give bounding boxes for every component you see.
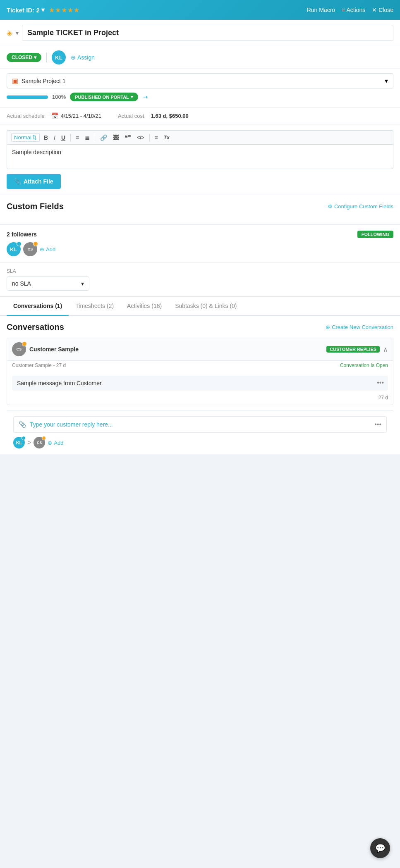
conv-open-status: Conversation Is Open <box>340 362 388 368</box>
add-follower-button[interactable]: ⊕ Add <box>40 246 55 253</box>
followers-count: 2 followers <box>7 231 37 238</box>
image-button[interactable]: 🖼 <box>111 134 120 142</box>
custom-fields-title: Custom Fields <box>7 202 64 211</box>
link-button[interactable]: 🔗 <box>98 134 109 142</box>
new-conversation-label: Create New Conversation <box>332 324 393 330</box>
add-follower-label: Add <box>46 246 55 253</box>
conv-meta: Customer Sample - 27 d Conversation Is O… <box>7 361 393 372</box>
assign-plus-icon: ⊕ <box>71 54 76 61</box>
actions-button[interactable]: ≡ Actions <box>342 7 365 13</box>
code-button[interactable]: </> <box>135 134 146 141</box>
follower-cs-badge <box>33 241 38 246</box>
project-section: ▣ Sample Project 1 ▾ 100% PUBLISHED ON P… <box>0 69 400 107</box>
star-rating[interactable]: ★★★★★ <box>49 6 80 14</box>
sla-chevron-icon: ▾ <box>81 280 84 287</box>
conv-meta-time: 27 d <box>56 362 66 368</box>
sla-select[interactable]: no SLA ▾ <box>7 277 89 291</box>
custom-fields-header: Custom Fields ⚙ Configure Custom Fields <box>7 202 393 211</box>
run-macro-button[interactable]: Run Macro <box>307 7 335 13</box>
calendar-icon: 📅 <box>51 112 58 119</box>
tab-timesheets[interactable]: Timesheets (2) <box>69 297 120 316</box>
ordered-list-button[interactable]: ≣ <box>83 134 91 142</box>
progress-bar-fill <box>7 95 48 99</box>
followers-avatars: KL CS ⊕ Add <box>7 242 393 256</box>
tag-icon: ◈ <box>7 29 12 38</box>
underline-button[interactable]: U <box>60 134 67 142</box>
following-badge[interactable]: FOLLOWING <box>357 231 393 238</box>
message-text: Sample message from Customer. <box>17 380 103 386</box>
ticket-id[interactable]: Ticket ID: 2 ▾ <box>7 6 45 14</box>
format-select[interactable]: Normal ⇅ <box>11 133 40 142</box>
assign-button[interactable]: ⊕ Assign <box>71 54 95 61</box>
ticket-title-input[interactable] <box>22 25 393 41</box>
divider <box>46 52 47 62</box>
ticket-id-chevron-icon: ▾ <box>41 6 45 14</box>
external-link-icon[interactable]: ⇢ <box>142 93 148 101</box>
project-name: Sample Project 1 <box>22 78 66 84</box>
conversations-header: Conversations ⊕ Create New Conversation <box>7 322 393 332</box>
reply-kl-badge <box>22 436 26 440</box>
status-badge[interactable]: CLOSED ▾ <box>7 53 41 62</box>
ticket-id-label: Ticket ID: 2 <box>7 7 40 14</box>
message-time: 27 d <box>7 395 393 405</box>
configure-custom-fields-button[interactable]: ⚙ Configure Custom Fields <box>328 203 393 210</box>
reply-cs-initials: CS <box>37 441 42 445</box>
published-button[interactable]: PUBLISHED ON PORTAL ▾ <box>70 93 138 101</box>
follower-kl-wrap: KL <box>7 242 21 256</box>
conversations-title: Conversations <box>7 322 64 332</box>
message-options-icon[interactable]: ••• <box>377 379 384 386</box>
unordered-list-button[interactable]: ≡ <box>74 134 81 142</box>
assign-label: Assign <box>77 54 95 61</box>
tab-conversations[interactable]: Conversations (1) <box>7 297 69 316</box>
project-select-left: ▣ Sample Project 1 <box>12 77 66 85</box>
tab-subtasks[interactable]: Subtasks (0) & Links (0) <box>168 297 243 316</box>
sla-section: SLA no SLA ▾ <box>0 262 400 297</box>
conversation-author: CS Customer Sample <box>12 342 79 356</box>
status-row: CLOSED ▾ KL ⊕ Assign <box>0 46 400 69</box>
conv-author-wrap: CS <box>12 342 26 356</box>
reply-placeholder[interactable]: Type your customer reply here... <box>30 421 371 428</box>
followers-section: 2 followers FOLLOWING KL CS ⊕ Add <box>0 225 400 262</box>
reply-add-label: Add <box>54 440 63 446</box>
schedule-dates: 📅 4/15/21 - 4/18/21 <box>51 112 101 119</box>
cost-label: Actual cost <box>118 113 144 119</box>
conv-header-right: CUSTOMER REPLIES ∧ <box>326 346 388 353</box>
schedule-dates-value: 4/15/21 - 4/18/21 <box>61 113 101 119</box>
published-label: PUBLISHED ON PORTAL <box>75 95 129 100</box>
clear-formatting-button[interactable]: Tx <box>162 134 171 141</box>
attach-icon: 📎 <box>14 178 21 185</box>
follower-cs-label: CS <box>28 247 33 251</box>
format-chevron-icon: ⇅ <box>32 134 37 141</box>
bold-button[interactable]: B <box>42 134 50 142</box>
project-select[interactable]: ▣ Sample Project 1 ▾ <box>7 73 393 88</box>
quote-button[interactable]: ❝❞ <box>123 134 133 142</box>
progress-bar-wrap <box>7 95 48 99</box>
status-label: CLOSED <box>12 55 32 60</box>
reply-options-icon[interactable]: ••• <box>374 421 381 428</box>
tag-chevron-icon[interactable]: ▾ <box>16 30 19 36</box>
close-button[interactable]: ✕ Close <box>372 7 393 13</box>
new-conversation-button[interactable]: ⊕ Create New Conversation <box>326 324 393 330</box>
attach-file-button[interactable]: 📎 Attach File <box>7 174 61 189</box>
conversation-collapse-icon[interactable]: ∧ <box>383 346 388 353</box>
editor-body[interactable]: Sample description <box>7 144 393 169</box>
reply-input-row: 📎 Type your customer reply here... ••• <box>13 416 387 433</box>
conv-meta-author: Customer Sample <box>12 362 52 368</box>
italic-button[interactable]: I <box>52 134 57 142</box>
align-button[interactable]: ≡ <box>153 134 160 142</box>
assignee-avatar: KL <box>52 50 66 64</box>
reply-cs-badge <box>42 436 46 440</box>
toolbar-separator-3 <box>149 134 150 141</box>
header: Ticket ID: 2 ▾ ★★★★★ Run Macro ≡ Actions… <box>0 0 400 20</box>
reply-kl-wrap: KL <box>13 437 25 448</box>
attach-label: Attach File <box>24 178 53 185</box>
reply-cs-wrap: CS <box>34 437 45 448</box>
project-chevron-icon: ▾ <box>385 77 388 85</box>
configure-link-label: Configure Custom Fields <box>334 203 393 210</box>
conversations-section: Conversations ⊕ Create New Conversation … <box>0 316 400 454</box>
configure-gear-icon: ⚙ <box>328 203 333 210</box>
header-actions: Run Macro ≡ Actions ✕ Close <box>307 7 393 13</box>
tab-activities[interactable]: Activities (18) <box>120 297 168 316</box>
sla-value: no SLA <box>12 280 31 287</box>
reply-add-button[interactable]: ⊕ Add <box>48 440 63 446</box>
